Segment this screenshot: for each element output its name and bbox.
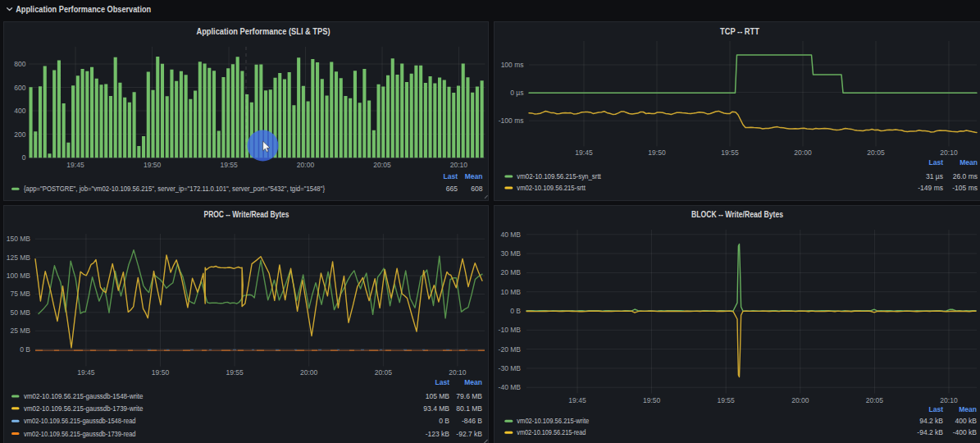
- svg-text:50 MB: 50 MB: [10, 308, 30, 317]
- svg-text:vm02-10.109.56.215-srtt: vm02-10.109.56.215-srtt: [517, 184, 586, 192]
- svg-text:Mean: Mean: [959, 405, 977, 413]
- svg-text:20 MB: 20 MB: [500, 268, 521, 276]
- svg-text:26.0 ms: 26.0 ms: [953, 172, 978, 180]
- svg-text:20:00: 20:00: [794, 148, 812, 157]
- svg-text:94.2 kB: 94.2 kB: [919, 417, 943, 425]
- svg-text:800: 800: [14, 60, 25, 68]
- svg-text:75 MB: 75 MB: [10, 290, 30, 298]
- svg-text:400 kB: 400 kB: [955, 417, 978, 425]
- svg-text:-30 MB: -30 MB: [499, 364, 522, 372]
- svg-text:Application Performance (SLI &: Application Performance (SLI & TPS): [197, 26, 330, 36]
- svg-text:-20 MB: -20 MB: [499, 345, 522, 354]
- svg-text:vm02-10.109.56.215-syn_srtt: vm02-10.109.56.215-syn_srtt: [517, 172, 601, 180]
- svg-text:20:00: 20:00: [300, 368, 318, 377]
- svg-text:31 µs: 31 µs: [926, 172, 943, 180]
- svg-text:vm02-10.109.56.215-gaussdb-173: vm02-10.109.56.215-gaussdb-1739-read: [24, 430, 136, 438]
- svg-text:-846 B: -846 B: [462, 417, 482, 425]
- svg-text:0: 0: [22, 153, 26, 162]
- svg-text:19:50: 19:50: [643, 396, 661, 404]
- svg-text:20:05: 20:05: [375, 368, 393, 377]
- svg-text:vm02-10.109.56.215-write: vm02-10.109.56.215-write: [517, 417, 589, 425]
- svg-text:19:55: 19:55: [226, 368, 244, 377]
- svg-text:Last: Last: [444, 172, 458, 180]
- svg-text:79.6 MB: 79.6 MB: [456, 392, 482, 400]
- svg-text:80.1 MB: 80.1 MB: [456, 404, 482, 413]
- svg-text:100 ms: 100 ms: [501, 61, 524, 69]
- svg-text:40 MB: 40 MB: [500, 231, 521, 239]
- svg-text:93.4 MB: 93.4 MB: [423, 404, 449, 413]
- svg-text:vm02-10.109.56.215-gaussdb-154: vm02-10.109.56.215-gaussdb-1548-read: [24, 417, 136, 425]
- svg-text:20:05: 20:05: [373, 161, 391, 169]
- svg-text:TCP -- RTT: TCP -- RTT: [720, 26, 759, 36]
- svg-text:Last: Last: [929, 405, 944, 413]
- svg-text:105 MB: 105 MB: [426, 392, 450, 400]
- svg-text:19:50: 19:50: [648, 148, 666, 157]
- svg-text:-123 kB: -123 kB: [426, 430, 450, 438]
- svg-text:Last: Last: [435, 378, 450, 386]
- svg-text:20:10: 20:10: [450, 161, 468, 169]
- svg-text:-105 ms: -105 ms: [952, 184, 978, 192]
- svg-text:Mean: Mean: [464, 378, 482, 386]
- svg-text:600: 600: [14, 84, 25, 92]
- svg-text:19:55: 19:55: [718, 396, 736, 404]
- svg-text:20:05: 20:05: [866, 396, 884, 404]
- svg-text:100 MB: 100 MB: [7, 272, 31, 280]
- svg-text:125 MB: 125 MB: [7, 253, 31, 262]
- svg-text:-40 MB: -40 MB: [499, 383, 522, 391]
- svg-text:20:10: 20:10: [449, 368, 467, 377]
- svg-text:-400 kB: -400 kB: [953, 428, 978, 436]
- svg-text:19:45: 19:45: [77, 368, 95, 377]
- svg-text:19:45: 19:45: [66, 161, 84, 169]
- svg-text:Application Performance Observ: Application Performance Observation: [16, 4, 151, 14]
- svg-text:19:45: 19:45: [568, 396, 586, 404]
- svg-text:0 µs: 0 µs: [510, 89, 523, 97]
- svg-text:-100 ms: -100 ms: [499, 116, 524, 125]
- svg-text:-149 ms: -149 ms: [918, 184, 943, 192]
- svg-text:150 MB: 150 MB: [7, 235, 31, 243]
- svg-text:vm02-10.109.56.215-gaussdb-173: vm02-10.109.56.215-gaussdb-1739-write: [24, 404, 144, 413]
- svg-text:665: 665: [446, 185, 458, 193]
- svg-text:608: 608: [471, 185, 482, 193]
- svg-text:30 MB: 30 MB: [500, 249, 521, 258]
- svg-text:vm02-10.109.56.215-read: vm02-10.109.56.215-read: [517, 428, 586, 436]
- svg-text:BLOCK -- Write/Read Bytes: BLOCK -- Write/Read Bytes: [691, 209, 783, 219]
- svg-text:{app="POSTGRE", job="vm02-10.1: {app="POSTGRE", job="vm02-10.109.56.215"…: [24, 185, 325, 193]
- svg-text:0 B: 0 B: [439, 417, 449, 425]
- svg-text:10 MB: 10 MB: [500, 288, 521, 296]
- svg-text:19:50: 19:50: [144, 161, 162, 169]
- svg-text:Last: Last: [929, 158, 944, 167]
- svg-text:0 B: 0 B: [510, 307, 521, 315]
- svg-text:Mean: Mean: [959, 158, 978, 167]
- svg-text:-94.2 kB: -94.2 kB: [917, 428, 943, 436]
- svg-text:20:00: 20:00: [791, 396, 809, 404]
- svg-text:PROC -- Write/Read Bytes: PROC -- Write/Read Bytes: [204, 209, 289, 219]
- svg-text:vm02-10.109.56.215-gaussdb-154: vm02-10.109.56.215-gaussdb-1548-write: [24, 392, 144, 400]
- svg-text:400: 400: [14, 107, 25, 115]
- svg-text:19:55: 19:55: [721, 148, 739, 157]
- svg-text:Mean: Mean: [465, 172, 483, 180]
- svg-text:-92.7 kB: -92.7 kB: [456, 430, 482, 438]
- svg-text:25 MB: 25 MB: [10, 327, 30, 335]
- svg-text:0 B: 0 B: [20, 345, 30, 354]
- svg-text:19:55: 19:55: [220, 161, 238, 169]
- svg-text:20:10: 20:10: [940, 396, 958, 404]
- svg-text:200: 200: [14, 130, 25, 139]
- svg-text:19:50: 19:50: [152, 368, 170, 377]
- svg-text:20:00: 20:00: [297, 161, 315, 169]
- svg-text:20:05: 20:05: [867, 148, 885, 157]
- svg-text:19:45: 19:45: [575, 148, 593, 157]
- svg-text:20:10: 20:10: [940, 148, 958, 157]
- svg-text:-10 MB: -10 MB: [499, 326, 522, 334]
